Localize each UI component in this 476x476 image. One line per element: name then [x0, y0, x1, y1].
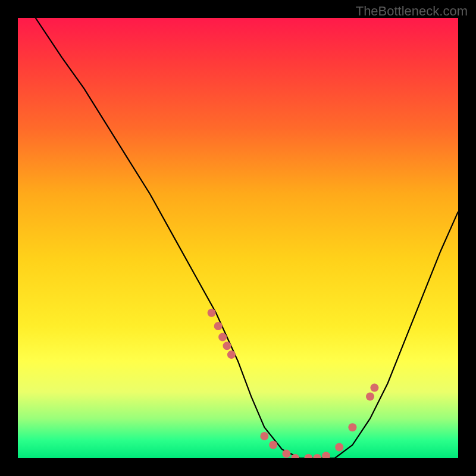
scatter-dot — [208, 309, 216, 317]
scatter-dot — [370, 384, 378, 392]
scatter-dot — [322, 452, 330, 458]
scatter-dot — [214, 322, 223, 330]
scatter-dot — [227, 350, 236, 359]
scatter-dot — [366, 392, 374, 400]
scatter-dot — [218, 333, 227, 342]
scatter-dot — [335, 443, 343, 452]
scatter-dot — [348, 423, 356, 431]
scatter-dots — [208, 309, 379, 458]
scatter-dot — [269, 441, 277, 449]
chart-plot-area — [18, 18, 458, 458]
bottleneck-curve — [36, 18, 458, 458]
scatter-dot — [313, 454, 321, 458]
scatter-dot — [223, 342, 231, 350]
scatter-dot — [260, 432, 268, 440]
scatter-dot — [282, 450, 290, 458]
watermark-text: TheBottleneck.com — [356, 4, 468, 19]
chart-svg — [18, 18, 458, 458]
scatter-dot — [304, 454, 312, 458]
